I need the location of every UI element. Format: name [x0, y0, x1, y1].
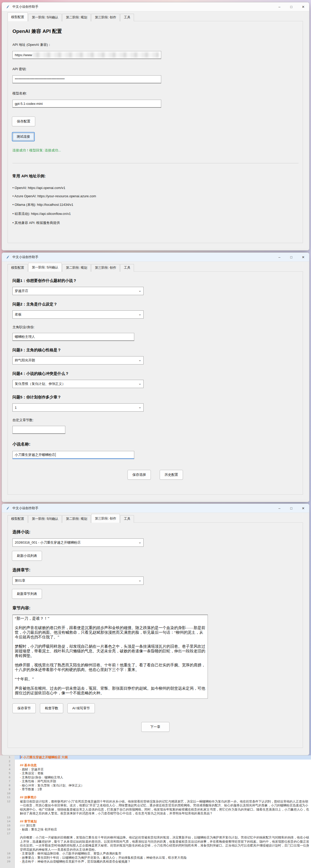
question3-label: 问题3：主角的核心性格是？ — [12, 348, 299, 352]
question2-combobox[interactable]: 老板 ⌄ — [12, 310, 144, 319]
line-number — [0, 836, 15, 852]
close-button[interactable]: ✕ — [297, 2, 309, 11]
editor-line: 8- 核心冲突：复仇雪恨（复仇计划、伸张正义） — [0, 784, 311, 788]
tab-2[interactable]: 第二阶段: 规划 — [62, 14, 91, 21]
app-feather-icon — [6, 5, 10, 9]
question5-combobox[interactable]: 1 ⌄ — [12, 403, 144, 412]
occupation-input[interactable]: 螺蛳粉主理人 — [12, 333, 134, 341]
question1-value: 穿越开店 — [15, 289, 28, 293]
line-text: - — [15, 832, 311, 836]
maximize-button[interactable]: □ — [285, 2, 297, 11]
chapter-content-textarea[interactable]: “那一刀，是谁？！” 尖利的声音在破败的巷口炸开，跟着便是沉重的踏步声和金铁的碰… — [12, 615, 208, 699]
tab-1[interactable]: 第一阶段: 5问确认 — [28, 14, 62, 21]
editor-line: 20- 悬念钩子：神秘侍从品尝螺蛳粉后竟默不作声，背后隐藏的真相是否会被揭露？ — [0, 860, 311, 864]
line-text: - 题材：穿越开店 — [15, 768, 311, 772]
line-text: 内容概要：小刀在一片破败的旧巷醒来，发现自己重生在十年前的柳州城边陲。他记起前世… — [15, 836, 311, 852]
api-key-label: API 密钥: — [12, 67, 299, 71]
tab-1[interactable]: 第一阶段: 5问确认 — [28, 515, 62, 523]
ai-continue-button[interactable]: AI 续写章节 — [67, 703, 95, 713]
window-creation: 中文小说创作助手 – □ ✕ 模型配置第一阶段: 5问确认第二阶段: 规划第三阶… — [2, 503, 309, 755]
page-title: OpenAI 兼容 API 配置 — [12, 28, 299, 35]
editor-line: 11## 故事简介 — [0, 796, 311, 800]
tab-3[interactable]: 第三阶段: 创作 — [91, 264, 120, 272]
api-example-item: 硅基流动): https://api.siliconflow.cn/v1 — [12, 212, 299, 216]
api-url-input[interactable]: https://www — [12, 51, 161, 59]
editor-line: 13 — [0, 816, 311, 820]
tabstrip: 模型配置第一阶段: 5问确认第二阶段: 规划第三阶段: 创作工具 — [7, 13, 303, 21]
editor-line: 5- 主角设定：老板 — [0, 771, 311, 776]
refresh-novel-list-button[interactable]: 刷新小说列表 — [12, 551, 42, 561]
line-text: 被昔日权臣设计陷害，最终惨死的“小刀”在死后灵魂穿越回十年前的水乡小镇。他保留着… — [15, 800, 311, 816]
editor-line: 6- 主角职业/身份：螺蛳粉主理人 — [0, 776, 311, 780]
editor-line: 16- 标题：重生之味·初开粉店 — [0, 828, 311, 832]
test-connection-button[interactable]: 测试连接 — [12, 132, 35, 141]
line-text: - 主角设定：老板 — [15, 771, 311, 776]
custom-chapter-count-input[interactable] — [12, 426, 65, 434]
minimize-button[interactable]: – — [274, 504, 285, 513]
close-button[interactable]: ✕ — [297, 253, 309, 261]
editor-caret — [20, 755, 21, 759]
editor-line: 3## 基本信息 — [0, 764, 311, 768]
line-text: - 悬念钩子：神秘侍从品尝螺蛳粉后竟默不作声，背后隐藏的真相是否会被揭露？ — [15, 860, 311, 864]
model-name-input[interactable]: gpt-5.1-codex-mini — [12, 100, 161, 108]
editor-line: 4- 题材：穿越开店 — [0, 768, 311, 772]
novel-combobox[interactable]: 20260316_001 - 小刀重生穿越之开螺蛳粉店 ⌄ — [12, 538, 144, 547]
novel-name-value: 小刀重生穿越之开螺蛳粉店 — [15, 453, 55, 457]
editor-line: 19- 故事要点：重生回到十年前；以螺蛳粉店为掩护开启复仇；赢得人心；开始搜集权… — [0, 856, 311, 860]
chevron-down-icon: ⌄ — [138, 578, 142, 583]
maximize-button[interactable]: □ — [285, 253, 297, 261]
refresh-chapter-list-button[interactable]: 刷新章节列表 — [12, 589, 42, 599]
model-name-value: gpt-5.1-codex-mini — [15, 102, 43, 105]
app-feather-icon — [6, 255, 10, 259]
tab-4[interactable]: 工具 — [120, 515, 134, 523]
tab-3[interactable]: 第三阶段: 创作 — [91, 14, 120, 21]
question4-value: 复仇雪恨（复仇计划、伸张正义） — [15, 381, 65, 386]
tab-1[interactable]: 第一阶段: 5问确认 — [28, 263, 62, 272]
line-text: ## 故事简介 — [15, 796, 311, 800]
question2-label: 问题2：主角是什么设定？ — [12, 302, 299, 307]
save-selection-button[interactable]: 保存选择 — [128, 470, 151, 480]
question3-combobox[interactable]: 帅气阳光开朗 ⌄ — [12, 356, 144, 365]
chapter-combobox[interactable]: 第01章 ⌄ — [12, 577, 144, 585]
save-chapter-button[interactable]: 保存章节 — [12, 703, 36, 713]
tabstrip: 模型配置第一阶段: 5问确认第二阶段: 规划第三阶段: 创作工具 — [7, 514, 303, 523]
question1-combobox[interactable]: 穿越开店 ⌄ — [12, 287, 144, 295]
line-number: 18 — [0, 852, 15, 856]
chapter-selected-value: 第01章 — [15, 578, 25, 583]
chevron-down-icon: ⌄ — [138, 358, 142, 362]
novel-name-input[interactable]: 小刀重生穿越之开螺蛳粉店 — [12, 451, 134, 459]
line-number: 8 — [0, 784, 15, 788]
minimize-button[interactable]: – — [274, 2, 285, 11]
editor-line: 1# 小刀重生穿越之开螺蛳粉店 大纲 — [0, 755, 311, 760]
minimize-button[interactable]: – — [274, 253, 285, 261]
window-title: 中文小说创作助手 — [12, 506, 274, 510]
history-config-button[interactable]: 历史配置 — [160, 470, 183, 480]
save-config-button[interactable]: 保存配置 — [12, 117, 35, 126]
api-key-input[interactable]: ************************************** — [12, 75, 161, 83]
editor-line: 12被昔日权臣设计陷害，最终惨死的“小刀”在死后灵魂穿越回十年前的水乡小镇。他保… — [0, 800, 311, 816]
line-text — [15, 760, 311, 764]
redacted-api-url — [33, 52, 159, 58]
question4-combobox[interactable]: 复仇雪恨（复仇计划、伸张正义） ⌄ — [12, 380, 144, 388]
tab-4[interactable]: 工具 — [120, 14, 134, 21]
tab-0[interactable]: 模型配置 — [7, 264, 28, 272]
check-word-count-button[interactable]: 检查字数 — [40, 703, 63, 713]
line-number: 1 — [0, 755, 15, 760]
api-example-item: Ollama (本地): http://localhost:11434/v1 — [12, 203, 299, 207]
tab-3[interactable]: 第三阶段: 创作 — [91, 514, 120, 523]
close-button[interactable]: ✕ — [297, 504, 309, 513]
line-number: 3 — [0, 764, 15, 768]
next-chapter-button[interactable]: 下一章 — [141, 722, 169, 732]
tab-2[interactable]: 第二阶段: 规划 — [62, 264, 91, 272]
outline-editor[interactable]: 1# 小刀重生穿越之开螺蛳粉店 大纲23## 基本信息4- 题材：穿越开店5- … — [0, 755, 311, 868]
tab-2[interactable]: 第二阶段: 规划 — [62, 515, 91, 523]
tab-4[interactable]: 工具 — [120, 264, 134, 272]
question5-label: 问题5：你计划创作多少章？ — [12, 395, 299, 400]
line-text: - 核心冲突：复仇雪恨（复仇计划、伸张正义） — [15, 784, 311, 788]
chevron-down-icon: ⌄ — [138, 381, 142, 386]
line-text — [15, 816, 311, 820]
connection-status: 连接成功！模型回复: 连接成功... — [12, 148, 299, 153]
tab-0[interactable]: 模型配置 — [7, 12, 28, 21]
tab-0[interactable]: 模型配置 — [7, 515, 28, 523]
maximize-button[interactable]: □ — [285, 504, 297, 513]
